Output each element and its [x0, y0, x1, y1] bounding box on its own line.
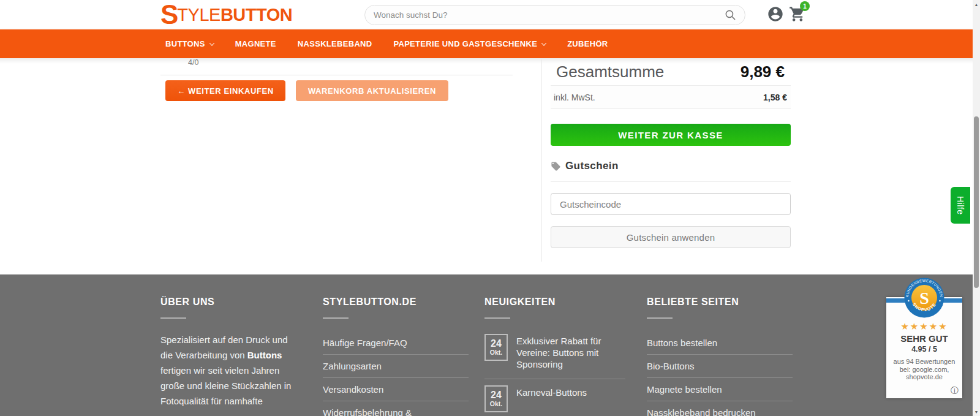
- nav-item-nassklebeband[interactable]: NASSKLEBEBAND: [298, 39, 372, 48]
- heading-underline: [160, 317, 186, 319]
- total-value: 9,89 €: [741, 62, 785, 81]
- rating-grade: SEHR GUT: [886, 333, 962, 344]
- logo-s: S: [160, 2, 177, 27]
- column-divider: [541, 59, 542, 262]
- cart-item-spec: 4/0: [188, 58, 198, 67]
- svg-text:S: S: [919, 289, 929, 308]
- page: STYLEBUTTON 1 BUTTONS MAGNETE NASSKLEBEB…: [0, 0, 980, 416]
- heading-underline: [323, 317, 349, 319]
- scrollbar-thumb[interactable]: [974, 116, 979, 288]
- news-date-badge: 24 Okt.: [484, 385, 508, 412]
- nav-item-magnete[interactable]: MAGNETE: [235, 39, 276, 48]
- tax-value: 1,58 €: [763, 93, 787, 102]
- apply-coupon-button[interactable]: Gutschein anwenden: [551, 226, 791, 248]
- chevron-down-icon: [209, 40, 214, 45]
- footer-link-widerruf[interactable]: Widerrufsbelehrung &: [323, 401, 469, 416]
- shopvote-rating-widget[interactable]: S KUNDENBEWERTUNGEN SHOPVOTE ★★★★★ SEHR …: [886, 297, 962, 398]
- rating-score: 4.95 / 5: [886, 345, 962, 354]
- review-source-text: aus 94 Bewertungen bei: google.com, shop…: [886, 358, 962, 381]
- divider: [551, 181, 791, 182]
- header: STYLEBUTTON 1: [0, 0, 973, 29]
- coupon-code-input[interactable]: [551, 193, 791, 215]
- help-tab[interactable]: Hilfe: [951, 187, 970, 224]
- footer-about-heading: ÜBER UNS: [160, 297, 306, 308]
- logo-button-text: BUTTON: [221, 5, 292, 25]
- cart-totals: Gesamtsumme 9,89 € inkl. MwSt. 1,58 €: [551, 58, 791, 109]
- search-icon[interactable]: [725, 9, 736, 21]
- coupon-heading: Gutschein: [551, 160, 619, 172]
- heading-underline: [484, 317, 510, 319]
- info-icon[interactable]: ⓘ: [951, 385, 959, 396]
- news-title[interactable]: Karneval-Buttons: [516, 385, 620, 412]
- coupon-heading-label: Gutschein: [565, 160, 619, 172]
- main-nav: BUTTONS MAGNETE NASSKLEBEBAND PAPETERIE …: [0, 29, 973, 58]
- tax-row: inkl. MwSt. 1,58 €: [551, 86, 791, 109]
- nav-item-papeterie[interactable]: PAPETERIE UND GASTGESCHENKE: [393, 39, 546, 48]
- footer-link-versandkosten[interactable]: Versandkosten: [323, 378, 469, 401]
- footer-link-bio-buttons[interactable]: Bio-Buttons: [647, 355, 793, 378]
- news-date-badge: 24 Okt.: [484, 334, 508, 361]
- footer-news-column: NEUIGKEITEN 24 Okt. Exklusiver Rabatt fü…: [484, 297, 630, 412]
- footer-popular-heading: BELIEBTE SEITEN: [647, 297, 793, 308]
- heading-underline: [647, 317, 673, 319]
- footer-site-heading: STYLEBUTTON.DE: [323, 297, 469, 308]
- divider: [160, 75, 513, 75]
- tag-icon: [551, 161, 561, 172]
- cart-count-badge[interactable]: 1: [800, 1, 810, 11]
- footer-link-zahlungsarten[interactable]: Zahlungsarten: [323, 355, 469, 378]
- footer-site-column: STYLEBUTTON.DE Häufige Fragen/FAQ Zahlun…: [323, 297, 469, 416]
- scroll-down-icon[interactable]: ▼: [973, 408, 980, 415]
- footer-link-magnete-bestellen[interactable]: Magnete bestellen: [647, 378, 793, 401]
- stylebutton-logo[interactable]: STYLEBUTTON: [160, 1, 292, 29]
- news-item[interactable]: 24 Okt. Exklusiver Rabatt für Vereine: B…: [484, 334, 630, 370]
- cart-page: 4/0 ← WEITER EINKAUFEN WARENKORB AKTUALI…: [0, 58, 973, 274]
- continue-shopping-button[interactable]: ← WEITER EINKAUFEN: [165, 80, 285, 101]
- nav-item-buttons[interactable]: BUTTONS: [165, 39, 214, 48]
- scroll-up-icon[interactable]: ▲: [973, 1, 980, 8]
- footer-link-faq[interactable]: Häufige Fragen/FAQ: [323, 331, 469, 355]
- shopvote-seal-icon: S KUNDENBEWERTUNGEN SHOPVOTE: [904, 278, 944, 318]
- chevron-down-icon: [541, 40, 546, 45]
- news-title[interactable]: Exklusiver Rabatt für Vereine: Buttons m…: [516, 334, 620, 370]
- footer: ÜBER UNS Spezialisiert auf den Druck und…: [0, 274, 973, 416]
- star-rating: ★★★★★: [886, 322, 962, 331]
- logo-style-text: TYLE: [177, 5, 221, 25]
- footer-popular-column: BELIEBTE SEITEN Buttons bestellen Bio-Bu…: [647, 297, 793, 416]
- vertical-scrollbar[interactable]: ▲ ▼: [973, 0, 980, 416]
- total-label: Gesamtsumme: [556, 62, 664, 81]
- tax-label: inkl. MwSt.: [554, 93, 595, 102]
- nav-shadow: [0, 58, 973, 64]
- nav-item-zubehoer[interactable]: ZUBEHÖR: [567, 39, 608, 48]
- news-item[interactable]: 24 Okt. Karneval-Buttons: [484, 385, 630, 412]
- search-input[interactable]: [374, 10, 725, 20]
- total-row: Gesamtsumme 9,89 €: [551, 58, 791, 86]
- footer-link-nassklebeband[interactable]: Nassklebeband bedrucken: [647, 401, 793, 416]
- update-cart-button[interactable]: WARENKORB AKTUALISIEREN: [296, 80, 448, 101]
- divider: [484, 379, 625, 379]
- search-bar[interactable]: [364, 5, 745, 25]
- account-icon[interactable]: [767, 6, 784, 23]
- footer-link-buttons-bestellen[interactable]: Buttons bestellen: [647, 331, 793, 355]
- footer-about-text: Spezialisiert auf den Druck und die Vera…: [160, 332, 300, 409]
- footer-about-column: ÜBER UNS Spezialisiert auf den Druck und…: [160, 297, 306, 409]
- footer-news-heading: NEUIGKEITEN: [484, 297, 630, 308]
- checkout-button[interactable]: WEITER ZUR KASSE: [551, 124, 791, 146]
